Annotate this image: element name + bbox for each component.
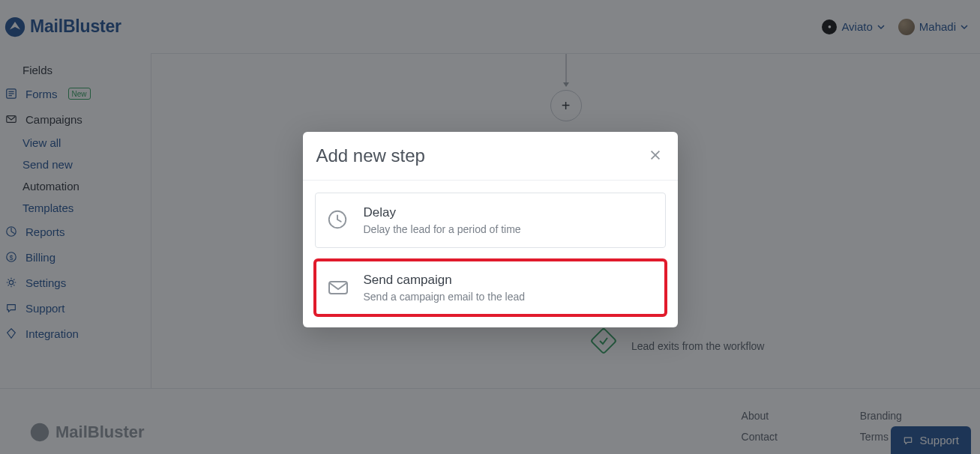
close-icon: [649, 148, 662, 162]
modal-overlay[interactable]: Add new step Delay Delay the lead for a …: [0, 0, 980, 454]
modal-header: Add new step: [303, 132, 678, 181]
clock-icon: [326, 208, 350, 232]
modal-title: Add new step: [316, 145, 425, 166]
add-step-modal: Add new step Delay Delay the lead for a …: [303, 132, 678, 327]
step-option-desc: Send a campaign email to the lead: [364, 291, 526, 303]
step-option-send-campaign[interactable]: Send campaign Send a campaign email to t…: [315, 260, 666, 315]
envelope-icon: [326, 276, 350, 300]
step-option-title: Delay: [364, 205, 521, 220]
step-option-title: Send campaign: [364, 273, 526, 288]
close-button[interactable]: [648, 148, 663, 163]
step-option-delay[interactable]: Delay Delay the lead for a period of tim…: [315, 193, 666, 248]
svg-rect-12: [329, 282, 347, 294]
step-option-desc: Delay the lead for a period of time: [364, 223, 521, 235]
modal-body: Delay Delay the lead for a period of tim…: [303, 181, 678, 327]
